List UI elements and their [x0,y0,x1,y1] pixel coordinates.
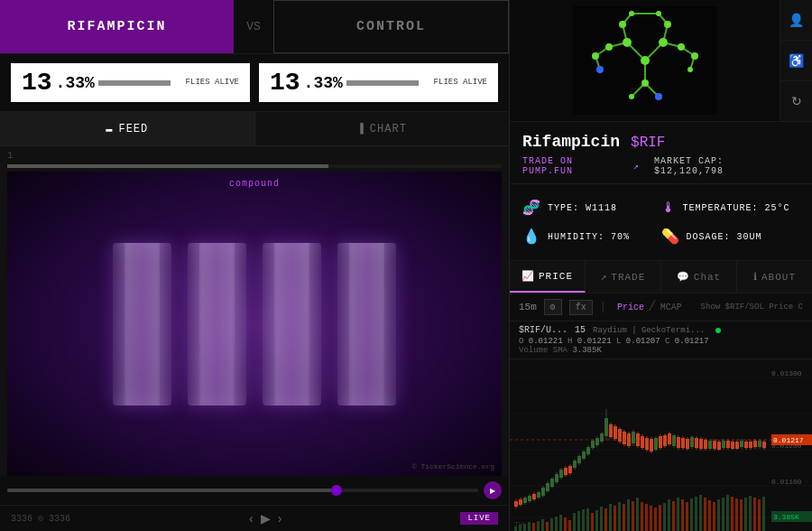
svg-text:TV: TV [514,520,524,528]
svg-rect-87 [708,500,711,531]
svg-text:0.01217: 0.01217 [773,436,804,444]
svg-point-18 [659,38,668,47]
svg-rect-90 [722,498,724,531]
next-button[interactable]: › [278,511,282,526]
svg-rect-173 [677,437,680,448]
svg-rect-54 [559,515,562,531]
play-button[interactable]: ▶ [484,481,502,499]
svg-rect-127 [573,461,577,468]
svg-rect-111 [537,492,540,498]
right-stat-bar [346,80,419,86]
svg-rect-157 [641,436,644,448]
feed-tab[interactable]: ▬ FEED [0,112,255,145]
svg-rect-94 [740,499,743,531]
svg-point-33 [655,93,662,100]
pill-icon: 💊 [661,228,679,246]
tab-price[interactable]: 📈 PRICE [510,261,586,293]
svg-rect-74 [650,506,652,531]
svg-rect-103 [519,499,522,505]
svg-rect-77 [663,503,666,531]
svg-rect-60 [586,508,589,531]
trade-link[interactable]: TRADE ON PUMP.FUN ↗ [522,156,640,176]
properties-grid: 🧬 TYPE: W1118 🌡 TEMPERATURE: 25°C 💧 HUMI… [510,184,812,261]
svg-rect-137 [595,438,599,445]
top-right: 👤 ♿ ↻ [510,0,812,122]
svg-rect-99 [762,497,765,531]
person-icon-button[interactable]: 👤 [780,0,812,41]
refresh-icon-button[interactable]: ↻ [780,81,812,121]
svg-rect-165 [659,436,662,448]
svg-rect-98 [758,499,761,531]
nav-buttons: ‹ ▶ › [249,511,281,526]
icon-buttons: 👤 ♿ ↻ [780,0,812,121]
progress-track[interactable] [7,164,502,168]
svg-rect-161 [650,439,653,452]
vs-label: VS [234,0,273,53]
scrubber-fill [7,489,337,492]
control-button[interactable]: CONTROL [273,0,509,53]
svg-rect-209 [758,441,761,447]
svg-rect-84 [695,497,697,531]
svg-rect-187 [708,441,712,449]
svg-rect-179 [690,437,694,447]
trade-tab-icon: ↗ [601,271,608,283]
right-stat-label: FLIES ALIVE [434,78,487,88]
left-stat-label: FLIES ALIVE [186,78,239,88]
chart-indicators-button[interactable]: fx [569,300,593,315]
drug-name: Rifampicin [522,133,620,151]
temperature-text: TEMPERATURE: 25°C [683,203,790,213]
svg-rect-109 [532,494,536,499]
svg-rect-135 [591,441,595,448]
right-stat-bar-container [346,80,425,86]
svg-point-21 [678,43,685,51]
chart-header-info: $RIF/U... 15 Raydium | GeckoTermi... O 0… [510,321,812,359]
svg-rect-59 [582,509,585,531]
barchart-icon: ▐ [357,123,364,135]
time-interval-button[interactable]: 15m [519,302,537,312]
svg-text:0.01300: 0.01300 [771,369,802,377]
tab-about[interactable]: ℹ ABOUT [737,261,812,293]
right-stat-number: 13 [270,69,300,97]
chart-tab[interactable]: ▐ CHART [255,112,510,145]
scrubber-track[interactable] [7,489,478,492]
tab-trade[interactable]: ↗ TRADE [586,261,661,293]
svg-rect-68 [623,504,625,531]
svg-rect-139 [600,433,604,442]
chart-settings-button[interactable]: ⚙ [544,299,562,315]
play-nav-button[interactable]: ▶ [261,511,271,526]
volume-value: 3.385K [572,346,601,355]
svg-rect-70 [632,501,634,531]
svg-rect-61 [591,513,594,531]
svg-rect-169 [668,433,671,444]
refresh-icon: ↻ [791,94,802,108]
rifampicin-button[interactable]: RIFAMPICIN [0,0,234,53]
feed-content: 1 compound © TickerScience.org [0,146,509,531]
svg-rect-56 [568,520,571,531]
svg-rect-125 [568,466,572,473]
svg-rect-189 [713,441,716,449]
svg-rect-143 [609,424,613,437]
prev-button[interactable]: ‹ [249,511,254,526]
tube-1 [113,243,171,405]
price-toggle-button[interactable]: Price [617,299,644,315]
svg-rect-133 [586,447,590,454]
svg-rect-85 [699,495,702,531]
left-stat-percent: .33% [56,74,95,92]
trade-label: TRADE ON PUMP.FUN [522,156,630,176]
svg-rect-141 [604,418,608,436]
svg-rect-53 [555,517,558,531]
tab-chat[interactable]: 💬 Chat [661,261,737,293]
svg-rect-121 [559,470,563,478]
mcap-toggle-button[interactable]: MCAP [660,299,682,315]
accessibility-icon-button[interactable]: ♿ [780,41,812,81]
price-tabs: 📈 PRICE ↗ TRADE 💬 Chat ℹ ABOUT [510,261,812,293]
tube-3 [263,243,321,405]
video-watermark: © TickerScience.org [412,462,494,470]
svg-rect-95 [744,498,747,531]
right-stat-percent: .33% [304,74,343,92]
svg-rect-71 [636,498,639,531]
progress-fill [7,164,328,168]
price-tab-icon: 📈 [521,270,535,282]
svg-rect-58 [577,511,580,531]
about-tab-icon: ℹ [753,271,758,283]
